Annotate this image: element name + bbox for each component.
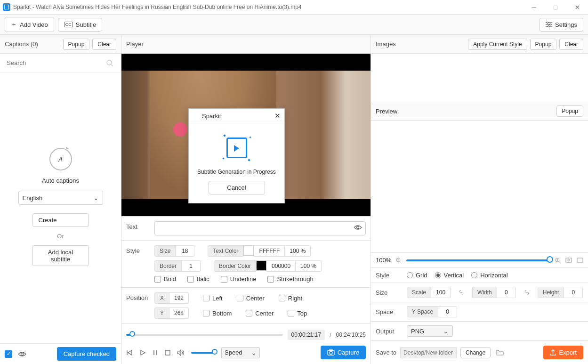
play-button[interactable]	[139, 349, 146, 356]
saveto-label: Save to	[376, 349, 396, 356]
maximize-button[interactable]: □	[545, 0, 566, 14]
svg-point-9	[357, 226, 359, 229]
window-title: Sparkit - Watch Alya Sometimes Hides Her…	[13, 4, 523, 10]
height-input[interactable]: 0	[564, 287, 583, 298]
link-scale-icon[interactable]	[458, 290, 465, 295]
textcolor-opacity[interactable]: 100 %	[285, 245, 311, 257]
prev-frame-button[interactable]	[126, 349, 133, 356]
yspace-tag: Y Space	[407, 306, 438, 317]
images-popup-button[interactable]: Popup	[530, 39, 557, 50]
yspace-input[interactable]: 0	[438, 306, 457, 317]
save-path: Desktop/New folder	[400, 347, 457, 358]
language-select[interactable]: English ⌄	[18, 191, 103, 205]
grid-radio[interactable]: Grid	[407, 272, 427, 279]
svg-point-3	[547, 22, 548, 24]
size-label: Size	[376, 289, 399, 296]
add-video-button[interactable]: ＋ Add Video	[5, 17, 54, 32]
zoom-in-icon[interactable]	[555, 258, 561, 263]
x-input[interactable]: 192	[169, 292, 189, 304]
bordercolor-hex[interactable]: 000000	[266, 260, 296, 272]
svg-point-5	[548, 26, 549, 27]
auto-captions-icon: A	[49, 148, 72, 170]
captions-clear-button[interactable]: Clear	[92, 39, 116, 50]
preview-popup-button[interactable]: Popup	[556, 105, 583, 117]
horizontal-radio[interactable]: Horizontal	[471, 272, 508, 279]
pos-right-checkbox[interactable]: Right	[279, 295, 302, 302]
search-input[interactable]	[5, 57, 116, 69]
timeline-slider[interactable]	[126, 334, 283, 336]
bordercolor-opacity[interactable]: 100 %	[296, 260, 322, 272]
zoom-out-icon[interactable]	[396, 258, 402, 263]
size-input[interactable]: 18	[176, 245, 194, 257]
images-clear-button[interactable]: Clear	[559, 39, 583, 50]
dialog-message: Subtitle Generation in Progress	[197, 169, 276, 175]
pos-center-v-checkbox[interactable]: Center	[246, 310, 274, 317]
italic-checkbox[interactable]: Italic	[187, 275, 209, 283]
strikethrough-checkbox[interactable]: Strikethrough	[267, 275, 313, 283]
create-button[interactable]: Create	[32, 213, 89, 227]
add-local-subtitle-button[interactable]: Add local subtitle	[32, 245, 89, 266]
pos-center-h-checkbox[interactable]: Center	[237, 295, 265, 302]
subtitle-button[interactable]: CC Subtitle	[58, 18, 102, 32]
app-icon	[3, 3, 10, 11]
vertical-radio[interactable]: Vertical	[435, 272, 464, 279]
player-title: Player	[126, 40, 366, 48]
svg-line-18	[559, 261, 560, 263]
capture-button[interactable]: Capture	[321, 346, 366, 359]
underline-checkbox[interactable]: Underline	[221, 275, 257, 283]
width-input[interactable]: 0	[497, 287, 516, 298]
images-header: Images Apply Current Style Popup Clear	[371, 35, 588, 54]
apply-style-button[interactable]: Apply Current Style	[468, 39, 527, 50]
fit-icon[interactable]	[565, 258, 572, 263]
y-input[interactable]: 268	[169, 307, 189, 319]
dialog-close-button[interactable]: ✕	[274, 112, 281, 120]
output-format-select[interactable]: PNG⌄	[407, 325, 453, 337]
close-button[interactable]: ✕	[566, 0, 588, 14]
time-total: 00:24:10:25	[336, 332, 366, 338]
time-current: 00:00:21:17	[288, 330, 325, 340]
svg-point-22	[568, 259, 570, 261]
minimize-button[interactable]: ─	[523, 0, 545, 14]
pos-left-checkbox[interactable]: Left	[203, 295, 223, 302]
preview-title: Preview	[376, 108, 397, 115]
actual-size-icon[interactable]	[577, 258, 583, 263]
select-all-checkbox[interactable]: ✓	[5, 350, 12, 358]
size-tag: Size	[154, 245, 176, 257]
scale-tag: Scale	[407, 287, 431, 298]
visibility-icon[interactable]	[18, 351, 26, 357]
preview-eye-icon[interactable]	[354, 225, 362, 230]
export-button[interactable]: Export	[543, 346, 583, 359]
border-input[interactable]: 1	[182, 260, 201, 272]
folder-icon[interactable]	[496, 349, 504, 356]
textcolor-hex[interactable]: FFFFFF	[254, 245, 285, 257]
capture-checked-button[interactable]: Capture checked	[57, 347, 116, 361]
volume-slider[interactable]	[191, 352, 215, 354]
caption-text-input[interactable]	[154, 221, 366, 235]
textcolor-tag: Text Color	[208, 245, 243, 257]
scale-input[interactable]: 100	[431, 287, 451, 298]
svg-rect-23	[577, 258, 583, 262]
bold-checkbox[interactable]: Bold	[154, 275, 176, 283]
speed-select[interactable]: Speed⌄	[221, 347, 260, 358]
dialog-cancel-button[interactable]: Cancel	[209, 181, 265, 194]
volume-icon[interactable]	[177, 349, 185, 356]
pause-button[interactable]	[153, 349, 158, 356]
textcolor-swatch[interactable]	[243, 245, 254, 256]
dialog-app-icon	[193, 113, 199, 119]
pos-bottom-checkbox[interactable]: Bottom	[203, 310, 232, 317]
layout-style-label: Style	[376, 272, 399, 279]
width-tag: Width	[472, 287, 497, 298]
player-header: Player	[121, 35, 371, 54]
settings-button[interactable]: Settings	[540, 18, 583, 32]
bordercolor-swatch[interactable]	[256, 260, 266, 271]
stop-button[interactable]	[165, 350, 170, 356]
change-path-button[interactable]: Change	[460, 347, 491, 358]
search-icon	[106, 59, 113, 67]
captions-popup-button[interactable]: Popup	[63, 39, 90, 50]
camera-icon	[327, 349, 335, 356]
zoom-slider[interactable]	[406, 259, 550, 261]
y-tag: Y	[154, 307, 169, 319]
svg-line-15	[400, 261, 401, 263]
pos-top-checkbox[interactable]: Top	[288, 310, 307, 317]
link-wh-icon[interactable]	[524, 290, 530, 295]
